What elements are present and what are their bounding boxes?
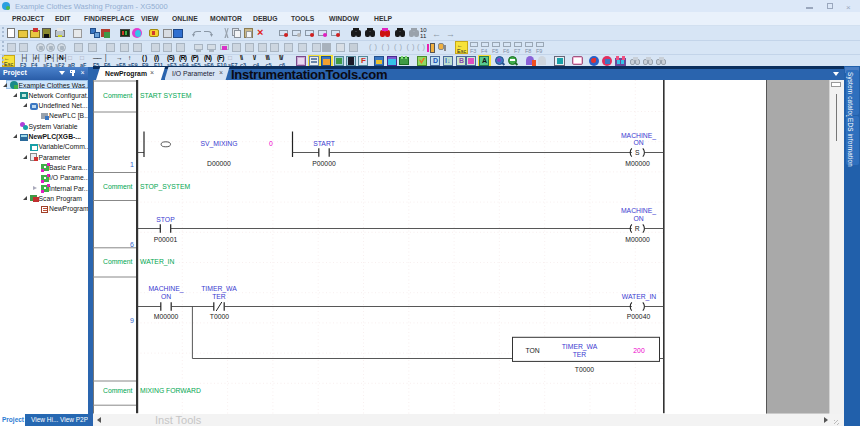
svg-text:ON: ON	[161, 293, 171, 300]
svg-text:Comment: Comment	[103, 183, 133, 190]
svg-text:TER: TER	[573, 351, 587, 358]
svg-text:6: 6	[130, 241, 134, 248]
svg-text:SV_MIXING: SV_MIXING	[200, 140, 237, 148]
svg-text:P00001: P00001	[154, 236, 178, 243]
svg-text:P00000: P00000	[312, 160, 336, 167]
svg-text:M00000: M00000	[154, 313, 179, 320]
svg-text:M00000: M00000	[625, 160, 650, 167]
svg-text:MIXING FORWARD: MIXING FORWARD	[140, 387, 201, 394]
svg-text:P00040: P00040	[627, 313, 651, 320]
svg-text:T0000: T0000	[210, 313, 229, 320]
svg-text:R: R	[635, 225, 640, 232]
svg-text:START: START	[313, 140, 335, 147]
svg-text:TON: TON	[525, 347, 539, 354]
svg-text:T0000: T0000	[575, 366, 594, 373]
svg-text:D00000: D00000	[207, 160, 231, 167]
svg-text:ON: ON	[633, 139, 643, 146]
svg-text:0: 0	[269, 140, 273, 147]
svg-text:MACHINE_: MACHINE_	[621, 207, 656, 215]
svg-text:S: S	[635, 149, 640, 156]
svg-text:Comment: Comment	[103, 387, 133, 394]
svg-text:M00000: M00000	[625, 236, 650, 243]
svg-text:TER: TER	[212, 293, 226, 300]
svg-text:STOP_SYSTEM: STOP_SYSTEM	[140, 183, 190, 191]
svg-text:WATER_IN: WATER_IN	[140, 258, 174, 266]
svg-text:Comment: Comment	[103, 92, 133, 99]
svg-text:Comment: Comment	[103, 258, 133, 265]
svg-text:WATER_IN: WATER_IN	[622, 293, 656, 301]
svg-text:1: 1	[130, 161, 134, 168]
svg-text:9: 9	[130, 317, 134, 324]
svg-text:STOP: STOP	[156, 216, 175, 223]
svg-text:TIMER_WA: TIMER_WA	[562, 343, 598, 351]
svg-text:START SYSTEM: START SYSTEM	[140, 92, 192, 99]
svg-text:200: 200	[633, 347, 645, 354]
svg-text:ON: ON	[633, 215, 643, 222]
